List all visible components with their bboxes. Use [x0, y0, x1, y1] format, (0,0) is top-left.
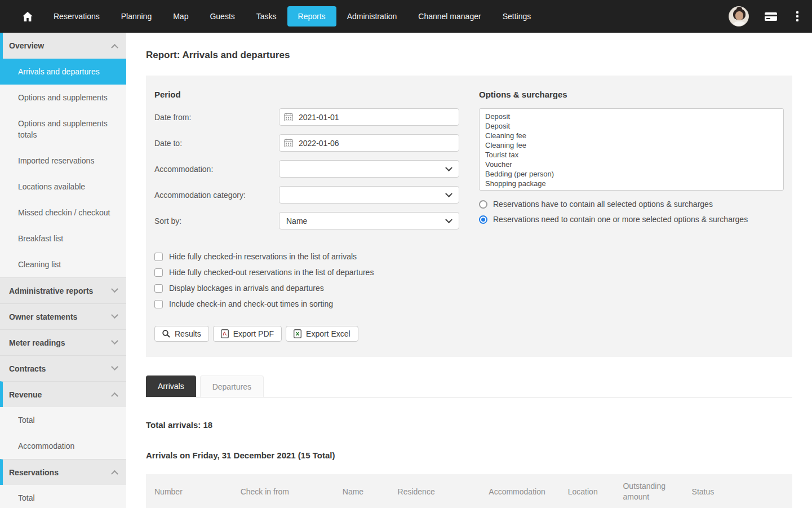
checkbox-label: Hide fully checked-out reservations in t… [169, 268, 374, 277]
radio-label: Reservations need to contain one or more… [493, 215, 748, 224]
page-title: Report: Arrivals and departures [146, 50, 792, 61]
chevron-down-icon [445, 216, 452, 223]
checkbox-box[interactable] [154, 284, 163, 293]
nav-item-settings[interactable]: Settings [492, 6, 542, 26]
radio-button-icon[interactable] [479, 200, 487, 209]
sidebar-section-overview[interactable]: Overview [0, 33, 126, 59]
sidebar-item-revenue-total[interactable]: Total [0, 407, 126, 433]
credit-card-icon[interactable] [765, 12, 777, 21]
sort-by-label: Sort by: [154, 217, 279, 226]
radio-contain-all[interactable]: Reservations have to contain all selecte… [479, 200, 784, 209]
checkbox-group: Hide fully checked-in reservations in th… [154, 252, 468, 308]
checkbox-box[interactable] [154, 300, 163, 308]
arrivals-table: Number Check in from Name Residence Acco… [146, 474, 792, 508]
period-heading: Period [154, 84, 468, 108]
checkbox-display-blockages[interactable]: Display blockages in arrivals and depart… [154, 284, 468, 293]
options-surcharges-column: Options & surcharges Deposit Deposit Cle… [479, 84, 784, 348]
sidebar-section-administrative-reports[interactable]: Administrative reports [0, 277, 126, 303]
options-surcharges-listbox[interactable]: Deposit Deposit Cleaning fee Cleaning fe… [479, 108, 784, 191]
radio-label: Reservations have to contain all selecte… [493, 200, 713, 209]
home-button[interactable] [23, 12, 33, 21]
sidebar-section-owner-statements[interactable]: Owner statements [0, 303, 126, 329]
search-icon [162, 330, 170, 338]
listbox-option[interactable]: Shopping package [480, 188, 783, 191]
main-content: Report: Arrivals and departures Period D… [126, 33, 812, 508]
accommodation-category-label: Accommodation category: [154, 191, 279, 200]
nav-item-administration[interactable]: Administration [336, 6, 408, 26]
chevron-down-icon [111, 363, 118, 370]
col-header-residence: Residence [389, 474, 481, 508]
chevron-down-icon [445, 190, 452, 197]
checkbox-hide-checked-out[interactable]: Hide fully checked-out reservations in t… [154, 268, 468, 277]
nav-item-reservations[interactable]: Reservations [43, 6, 110, 26]
checkbox-box[interactable] [154, 268, 163, 277]
table-header-row: Number Check in from Name Residence Acco… [146, 474, 792, 508]
tab-departures[interactable]: Departures [200, 376, 264, 397]
sidebar-item-revenue-accommodation[interactable]: Accommodation [0, 433, 126, 459]
accommodation-category-row: Accommodation category: [154, 186, 468, 204]
sidebar-section-reservations[interactable]: Reservations [0, 459, 126, 485]
sidebar-item-imported-reservations[interactable]: Imported reservations [0, 148, 126, 174]
arrivals-group-heading: Arrivals on Friday, 31 December 2021 (15… [146, 450, 792, 460]
checkbox-label: Display blockages in arrivals and depart… [169, 284, 324, 293]
period-column: Period Date from: Date to: [154, 84, 468, 348]
listbox-option[interactable]: Cleaning fee [480, 140, 783, 150]
sidebar-section-label: Revenue [9, 390, 42, 399]
nav-item-reports[interactable]: Reports [287, 6, 336, 26]
radio-contain-one-or-more[interactable]: Reservations need to contain one or more… [479, 215, 784, 224]
listbox-option[interactable]: Deposit [480, 112, 783, 121]
sidebar-section-label: Administrative reports [9, 286, 93, 295]
nav-item-tasks[interactable]: Tasks [246, 6, 287, 26]
export-excel-button-label: Export Excel [306, 329, 350, 338]
sidebar-item-breakfast-list[interactable]: Breakfast list [0, 226, 126, 251]
sidebar-section-contracts[interactable]: Contracts [0, 355, 126, 381]
listbox-option[interactable]: Tourist tax [480, 150, 783, 160]
sidebar-item-reservations-total[interactable]: Total [0, 485, 126, 508]
calendar-icon [284, 113, 293, 121]
col-header-number: Number [146, 474, 232, 508]
nav-item-channel-manager[interactable]: Channel manager [407, 6, 491, 26]
chevron-down-icon [111, 311, 118, 319]
date-to-input[interactable] [279, 134, 459, 152]
radio-button-icon-selected[interactable] [479, 215, 487, 224]
listbox-option[interactable]: Voucher [480, 160, 783, 169]
listbox-option[interactable]: Deposit [480, 121, 783, 131]
filters-panel: Period Date from: Date to: [146, 76, 792, 357]
col-header-location: Location [560, 474, 615, 508]
export-excel-button[interactable]: Export Excel [286, 326, 358, 342]
sidebar-item-options-and-supplements-totals[interactable]: Options and supplements totals [0, 111, 118, 148]
export-pdf-button[interactable]: Export PDF [213, 326, 282, 342]
tab-arrivals[interactable]: Arrivals [146, 376, 196, 397]
checkbox-box[interactable] [154, 253, 163, 261]
checkbox-hide-checked-in[interactable]: Hide fully checked-in reservations in th… [154, 252, 468, 261]
sidebar-item-cleaning-list[interactable]: Cleaning list [0, 251, 126, 277]
sidebar-section-meter-readings[interactable]: Meter readings [0, 329, 126, 355]
pdf-file-icon [221, 329, 229, 338]
nav-item-guests[interactable]: Guests [199, 6, 245, 26]
nav-item-map[interactable]: Map [162, 6, 199, 26]
sidebar-item-arrivals-and-departures[interactable]: Arrivals and departures [0, 59, 126, 85]
user-avatar[interactable] [729, 6, 749, 26]
listbox-option[interactable]: Bedding (per person) [480, 169, 783, 179]
sort-by-select[interactable]: Name [279, 212, 459, 229]
results-button[interactable]: Results [154, 326, 209, 342]
chevron-down-icon [111, 285, 118, 293]
listbox-option[interactable]: Shopping package [480, 179, 783, 188]
sort-by-select-value: Name [286, 217, 307, 226]
accommodation-select[interactable] [279, 160, 459, 178]
checkbox-include-times[interactable]: Include check-in and check-out times in … [154, 299, 468, 308]
results-tabbar: Arrivals Departures [146, 376, 792, 397]
checkbox-label: Hide fully checked-in reservations in th… [169, 252, 357, 261]
checkbox-label: Include check-in and check-out times in … [169, 299, 333, 308]
calendar-icon [284, 139, 293, 147]
sidebar-item-missed-checkin-checkout[interactable]: Missed checkin / checkout [0, 200, 126, 226]
date-from-input[interactable] [279, 108, 459, 126]
accommodation-category-select[interactable] [279, 186, 459, 204]
nav-item-planning[interactable]: Planning [110, 6, 163, 26]
sidebar-item-options-and-supplements[interactable]: Options and supplements [0, 85, 126, 111]
home-icon [23, 12, 33, 21]
sidebar-section-revenue[interactable]: Revenue [0, 381, 126, 407]
listbox-option[interactable]: Cleaning fee [480, 131, 783, 140]
sidebar-item-locations-available[interactable]: Locations available [0, 174, 126, 200]
kebab-menu-icon[interactable] [793, 9, 802, 24]
